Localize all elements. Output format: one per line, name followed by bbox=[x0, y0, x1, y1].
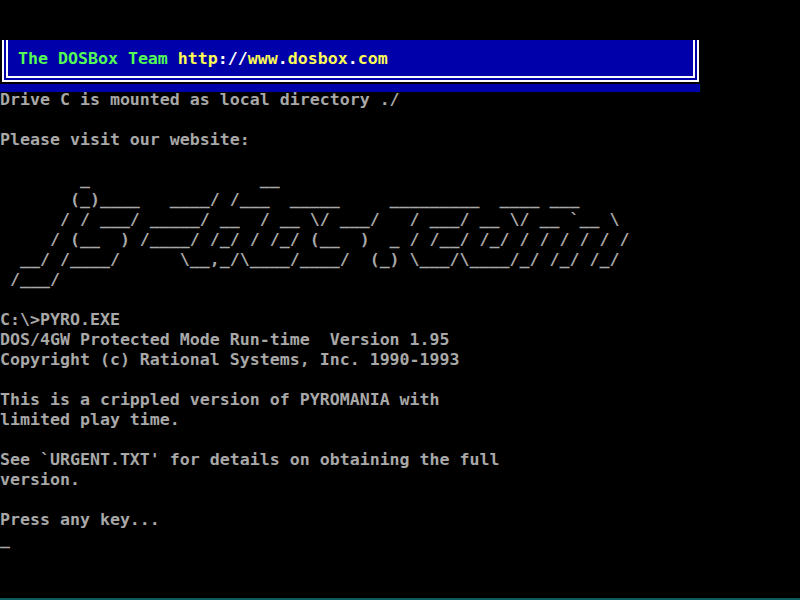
command-prompt-line: C:\>PYRO.EXE bbox=[0, 310, 120, 330]
dos-screen[interactable]: The DOSBox Team http://www.dosbox.com Dr… bbox=[0, 0, 800, 600]
crippled-notice-line2: limited play time. bbox=[0, 410, 180, 430]
dosbox-title-line: The DOSBox Team http://www.dosbox.com bbox=[8, 40, 693, 69]
urgent-notice-line2: version. bbox=[0, 470, 80, 490]
dosbox-intro-box: The DOSBox Team http://www.dosbox.com bbox=[2, 40, 699, 82]
title-segment: . bbox=[278, 49, 288, 68]
website-prompt: Please visit our website: bbox=[0, 130, 250, 150]
urgent-notice-line1: See `URGENT.TXT' for details on obtainin… bbox=[0, 450, 500, 470]
title-segment: dosbox bbox=[288, 49, 348, 68]
crippled-notice-line1: This is a crippled version of PYROMANIA … bbox=[0, 390, 440, 410]
jsdos-ascii-logo: _ __ (_)____ ____/ /___ _____ _________ … bbox=[0, 170, 629, 290]
title-segment: : bbox=[218, 49, 228, 68]
title-segment: . bbox=[348, 49, 358, 68]
title-segment: The DOSBox Team bbox=[18, 49, 178, 68]
title-segment: www bbox=[248, 49, 278, 68]
text-cursor: _ bbox=[0, 530, 10, 550]
title-segment: // bbox=[228, 49, 248, 68]
press-any-key-prompt: Press any key... bbox=[0, 510, 160, 530]
dos4gw-copyright: Copyright (c) Rational Systems, Inc. 199… bbox=[0, 350, 460, 370]
title-segment: com bbox=[358, 49, 388, 68]
dos4gw-banner: DOS/4GW Protected Mode Run-time Version … bbox=[0, 330, 450, 350]
mount-message: Drive C is mounted as local directory ./ bbox=[0, 90, 400, 110]
title-segment: http bbox=[178, 49, 218, 68]
